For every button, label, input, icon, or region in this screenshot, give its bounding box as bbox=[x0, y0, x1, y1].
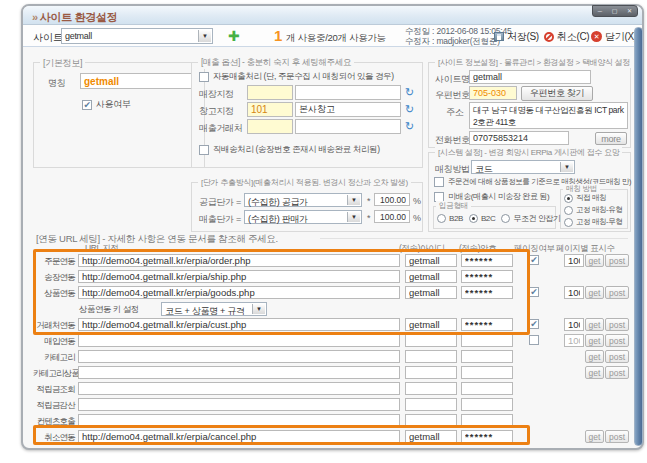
id-input[interactable] bbox=[405, 350, 457, 363]
direct-ship-checkbox[interactable] bbox=[199, 145, 209, 155]
matching-select[interactable]: 코드 ▼ bbox=[471, 160, 575, 174]
cancel-button[interactable]: 취소(C) bbox=[544, 29, 589, 44]
client-name-input[interactable] bbox=[295, 119, 401, 134]
url-input[interactable] bbox=[78, 286, 400, 299]
per-page-input[interactable] bbox=[564, 318, 584, 331]
per-page-input[interactable] bbox=[564, 254, 584, 267]
supply-price-select[interactable]: (수집한) 공급가 ▼ bbox=[244, 193, 362, 207]
get-button[interactable]: get bbox=[585, 254, 604, 267]
close-button[interactable]: ✕ 닫기(X) bbox=[591, 29, 637, 44]
match-option-fixed-type[interactable]: 고정 매칭-유형 bbox=[564, 205, 622, 215]
id-input[interactable] bbox=[405, 382, 457, 395]
client-code-input[interactable] bbox=[247, 119, 293, 134]
window-close-icon[interactable]: ✕ bbox=[627, 8, 632, 14]
get-button[interactable]: get bbox=[585, 350, 604, 363]
order-match-checkbox[interactable] bbox=[434, 177, 444, 187]
minimize-icon[interactable]: ─ bbox=[598, 8, 602, 14]
sales-op: * bbox=[367, 213, 370, 223]
post-button[interactable]: post bbox=[605, 430, 629, 443]
zip-find-button[interactable]: 우편번호 찾기 bbox=[521, 86, 593, 101]
site-name-input[interactable] bbox=[469, 70, 591, 84]
match-option-fixed-none[interactable]: 고정 매칭-무형 bbox=[564, 217, 622, 227]
auto-sales-checkbox[interactable] bbox=[199, 72, 209, 82]
password-input[interactable] bbox=[461, 414, 513, 427]
supply-percent-input[interactable] bbox=[374, 193, 410, 206]
password-input[interactable] bbox=[461, 334, 513, 347]
sales-percent-input[interactable] bbox=[374, 210, 410, 223]
url-input[interactable] bbox=[78, 318, 400, 331]
warehouse-name-input[interactable] bbox=[295, 102, 401, 117]
client-refresh-icon[interactable]: ↻ bbox=[405, 121, 414, 132]
id-input[interactable] bbox=[405, 414, 457, 427]
password-input[interactable] bbox=[461, 318, 513, 331]
password-input[interactable] bbox=[461, 430, 513, 443]
unshipped-checkbox[interactable] bbox=[434, 192, 444, 202]
password-input[interactable] bbox=[461, 286, 513, 299]
id-input[interactable] bbox=[405, 366, 457, 379]
password-input[interactable] bbox=[461, 366, 513, 379]
store-code-input[interactable] bbox=[247, 85, 293, 100]
store-name-input[interactable] bbox=[295, 85, 401, 100]
password-input[interactable] bbox=[461, 398, 513, 411]
add-site-button[interactable]: ✚ bbox=[228, 28, 240, 44]
post-button[interactable]: post bbox=[605, 318, 629, 331]
password-input[interactable] bbox=[461, 270, 513, 283]
id-input[interactable] bbox=[405, 254, 457, 267]
password-input[interactable] bbox=[461, 254, 513, 267]
url-input[interactable] bbox=[78, 270, 400, 283]
id-input[interactable] bbox=[405, 334, 457, 347]
per-page-input[interactable] bbox=[564, 286, 584, 299]
paging-checkbox[interactable] bbox=[529, 335, 539, 345]
site-select[interactable]: getmall ▼ bbox=[61, 28, 213, 44]
id-input[interactable] bbox=[405, 318, 457, 331]
use-checkbox[interactable]: ✔ bbox=[82, 100, 92, 110]
id-input[interactable] bbox=[405, 286, 457, 299]
address-input[interactable]: 대구 남구 대명동 대구산업진흥원 ICT park 2호관 411호 bbox=[469, 102, 628, 129]
paging-checkbox[interactable]: ✔ bbox=[529, 319, 539, 329]
password-input[interactable] bbox=[461, 350, 513, 363]
id-input[interactable] bbox=[405, 398, 457, 411]
store-refresh-icon[interactable]: ↻ bbox=[405, 87, 414, 98]
zip-input[interactable] bbox=[469, 86, 517, 100]
per-page-input[interactable] bbox=[564, 334, 584, 347]
deposit-option-b2b[interactable]: B2B bbox=[437, 213, 463, 224]
get-button[interactable]: get bbox=[585, 430, 604, 443]
url-input[interactable] bbox=[78, 430, 400, 443]
url-input[interactable] bbox=[78, 334, 400, 347]
warehouse-refresh-icon[interactable]: ↻ bbox=[405, 104, 414, 115]
url-input[interactable] bbox=[78, 398, 400, 411]
save-button[interactable]: 저장(S) bbox=[494, 29, 539, 44]
sales-price-select[interactable]: (수집한) 판매가 ▼ bbox=[244, 210, 362, 224]
paging-checkbox[interactable]: ✔ bbox=[529, 287, 539, 297]
post-button[interactable]: post bbox=[605, 286, 629, 299]
vertical-scrollbar[interactable] bbox=[634, 27, 643, 446]
url-input[interactable] bbox=[78, 382, 400, 395]
site-label: 사이트 bbox=[33, 31, 63, 45]
password-input[interactable] bbox=[461, 382, 513, 395]
key-setting-select[interactable]: 코드 + 상품명 + 규격▼ bbox=[161, 302, 267, 316]
get-button[interactable]: get bbox=[585, 334, 604, 347]
url-input[interactable] bbox=[78, 414, 400, 427]
id-input[interactable] bbox=[405, 270, 457, 283]
id-input[interactable] bbox=[405, 430, 457, 443]
name-input[interactable] bbox=[80, 73, 192, 89]
get-button[interactable]: get bbox=[585, 318, 604, 331]
url-input[interactable] bbox=[78, 366, 400, 379]
phone-input[interactable] bbox=[469, 131, 569, 145]
maximize-icon[interactable]: ▢ bbox=[612, 8, 618, 14]
deposit-option-none[interactable]: 무조건 안잡기 bbox=[501, 213, 560, 224]
deposit-option-b2c[interactable]: B2C bbox=[469, 213, 495, 224]
url-input[interactable] bbox=[78, 254, 400, 267]
warehouse-code-input[interactable] bbox=[247, 102, 293, 117]
get-button[interactable]: get bbox=[585, 366, 604, 379]
get-button[interactable]: get bbox=[585, 286, 604, 299]
paging-checkbox[interactable]: ✔ bbox=[529, 255, 539, 265]
post-button[interactable]: post bbox=[605, 334, 629, 347]
post-button[interactable]: post bbox=[605, 350, 629, 363]
use-checkbox-row: ✔ 사용여부 bbox=[82, 98, 130, 111]
match-option-direct[interactable]: 직접 매칭 bbox=[564, 193, 606, 203]
more-button[interactable]: more bbox=[595, 132, 627, 145]
post-button[interactable]: post bbox=[605, 366, 629, 379]
post-button[interactable]: post bbox=[605, 254, 629, 267]
url-input[interactable] bbox=[78, 350, 400, 363]
